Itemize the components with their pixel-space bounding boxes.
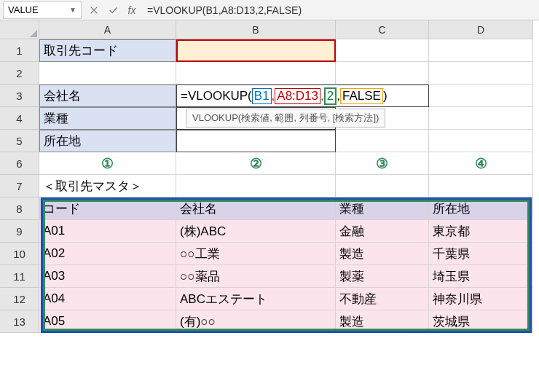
row-header-3[interactable]: 3 [0, 85, 39, 107]
select-all-corner[interactable] [0, 20, 39, 39]
cell-D11[interactable]: 埼玉県 [429, 265, 533, 288]
cell-A9[interactable]: A01 [39, 220, 176, 243]
row-3: 3 会社名 =VLOOKUP(B1,A8:D13,2,FALSE) VLOOKU… [0, 85, 539, 107]
cell-C2[interactable] [336, 62, 429, 85]
cell-B9[interactable]: (株)ABC [176, 220, 336, 243]
column-headers: A B C D [39, 20, 539, 39]
cell-A2[interactable] [39, 62, 176, 85]
check-icon [108, 5, 118, 15]
formula-arg4: FALSE [340, 88, 383, 104]
row-header-13[interactable]: 13 [0, 310, 39, 333]
cell-C7[interactable] [336, 175, 429, 197]
cell-B8[interactable]: 会社名 [176, 197, 336, 220]
row-header-12[interactable]: 12 [0, 288, 39, 310]
cell-C9[interactable]: 金融 [336, 220, 429, 243]
cell-C5[interactable] [336, 130, 429, 152]
cell-A1[interactable]: 取引先コード [39, 39, 176, 62]
formula-suffix: ) [383, 89, 387, 103]
fx-icon: fx [128, 4, 136, 16]
cell-B5[interactable] [176, 130, 336, 152]
cell-B1[interactable] [176, 39, 336, 62]
row-5: 5 所在地 [0, 130, 539, 152]
cell-A4[interactable]: 業種 [39, 107, 176, 130]
row-12: 12 A04 ABCエステート 不動産 神奈川県 [0, 288, 539, 310]
row-header-6[interactable]: 6 [0, 152, 39, 175]
row-header-2[interactable]: 2 [0, 62, 39, 85]
cell-D12[interactable]: 神奈川県 [429, 288, 533, 310]
cell-A3[interactable]: 会社名 [39, 85, 176, 107]
master-table: 8 コード 会社名 業種 所在地 9 A01 (株)ABC 金融 東京都 10 … [0, 197, 539, 333]
cell-A13[interactable]: A05 [39, 310, 176, 333]
cell-D10[interactable]: 千葉県 [429, 243, 533, 265]
cell-D13[interactable]: 茨城県 [429, 310, 533, 333]
cell-A7[interactable]: ＜取引先マスタ＞ [39, 175, 176, 197]
cell-B10[interactable]: ○○工業 [176, 243, 336, 265]
dropdown-icon[interactable]: ▼ [69, 6, 76, 14]
row-7: 7 ＜取引先マスタ＞ [0, 175, 539, 197]
fx-button[interactable]: fx [122, 1, 141, 19]
formula-arg2: A8:D13 [275, 88, 320, 104]
cell-C11[interactable]: 製薬 [336, 265, 429, 288]
cell-B11[interactable]: ○○薬品 [176, 265, 336, 288]
cell-D2[interactable] [429, 62, 533, 85]
cell-C8[interactable]: 業種 [336, 197, 429, 220]
row-10: 10 A02 ○○工業 製造 千葉県 [0, 243, 539, 265]
cell-D4[interactable] [429, 107, 533, 130]
row-header-5[interactable]: 5 [0, 130, 39, 152]
formula-arg3: 2 [324, 87, 337, 105]
formula-bar: VALUE ▼ fx =VLOOKUP(B1,A8:D13,2,FALSE) [0, 0, 539, 20]
cell-B3-formula[interactable]: =VLOOKUP(B1,A8:D13,2,FALSE) VLOOKUP(検索値,… [176, 85, 429, 107]
row-header-11[interactable]: 11 [0, 265, 39, 288]
cell-A10[interactable]: A02 [39, 243, 176, 265]
row-6: 6 ① ② ③ ④ [0, 152, 539, 175]
row-8: 8 コード 会社名 業種 所在地 [0, 197, 539, 220]
row-header-8[interactable]: 8 [0, 197, 39, 220]
row-header-9[interactable]: 9 [0, 220, 39, 243]
row-11: 11 A03 ○○薬品 製薬 埼玉県 [0, 265, 539, 288]
row-header-4[interactable]: 4 [0, 107, 39, 130]
row-9: 9 A01 (株)ABC 金融 東京都 [0, 220, 539, 243]
cell-A6[interactable]: ① [39, 152, 176, 175]
cell-D7[interactable] [429, 175, 533, 197]
cell-B12[interactable]: ABCエステート [176, 288, 336, 310]
formula-input[interactable]: =VLOOKUP(B1,A8:D13,2,FALSE) [141, 3, 539, 17]
cell-A5[interactable]: 所在地 [39, 130, 176, 152]
cell-B7[interactable] [176, 175, 336, 197]
col-header-C[interactable]: C [336, 20, 429, 39]
cell-D8[interactable]: 所在地 [429, 197, 533, 220]
cell-A12[interactable]: A04 [39, 288, 176, 310]
cell-A11[interactable]: A03 [39, 265, 176, 288]
cell-D3[interactable] [429, 85, 533, 107]
formula-prefix: =VLOOKUP( [181, 89, 252, 103]
row-header-10[interactable]: 10 [0, 243, 39, 265]
cell-D1[interactable] [429, 39, 533, 62]
cell-B13[interactable]: (有)○○ [176, 310, 336, 333]
cell-C1[interactable] [336, 39, 429, 62]
cell-C10[interactable]: 製造 [336, 243, 429, 265]
cell-B2[interactable] [176, 62, 336, 85]
row-13: 13 A05 (有)○○ 製造 茨城県 [0, 310, 539, 333]
row-header-7[interactable]: 7 [0, 175, 39, 197]
cancel-button[interactable] [84, 1, 103, 19]
cell-D5[interactable] [429, 130, 533, 152]
row-header-1[interactable]: 1 [0, 39, 39, 62]
col-header-A[interactable]: A [39, 20, 176, 39]
cell-D9[interactable]: 東京都 [429, 220, 533, 243]
name-box-text: VALUE [8, 4, 39, 15]
spreadsheet: A B C D 1 取引先コード 2 3 会社名 =VLOOKUP(B1,A8:… [0, 20, 539, 333]
x-icon [89, 5, 99, 15]
row-2: 2 [0, 62, 539, 85]
col-header-B[interactable]: B [176, 20, 336, 39]
row-1: 1 取引先コード [0, 39, 539, 62]
enter-button[interactable] [103, 1, 122, 19]
cell-B6[interactable]: ② [176, 152, 336, 175]
formula-tooltip: VLOOKUP(検索値, 範囲, 列番号, [検索方法]) [186, 109, 385, 128]
cell-C6[interactable]: ③ [336, 152, 429, 175]
cell-A8[interactable]: コード [39, 197, 176, 220]
formula-arg1: B1 [252, 88, 272, 104]
col-header-D[interactable]: D [429, 20, 533, 39]
cell-C13[interactable]: 製造 [336, 310, 429, 333]
cell-C12[interactable]: 不動産 [336, 288, 429, 310]
name-box[interactable]: VALUE ▼ [3, 1, 82, 19]
cell-D6[interactable]: ④ [429, 152, 533, 175]
